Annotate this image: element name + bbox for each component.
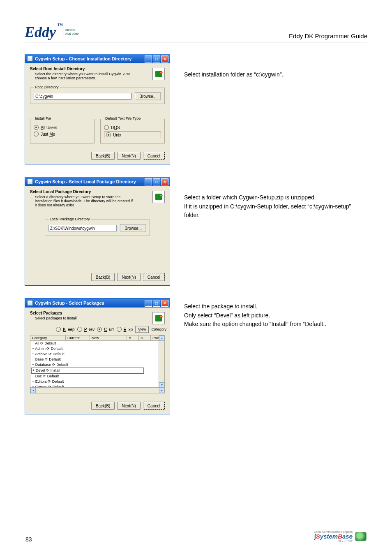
section-heading: Select Root Install Directory (30, 67, 165, 71)
systembase-logo: Serial Communication Experts ∫SystemBase… (314, 530, 367, 543)
radio-keep[interactable]: Keep (56, 327, 74, 332)
maximize-button[interactable]: □ (153, 178, 160, 185)
view-option-row: Keep Prev Curr Exp View Category (27, 324, 168, 334)
radio-curr[interactable]: Curr (97, 327, 114, 332)
col-category[interactable]: Category (30, 335, 66, 340)
dialog-select-packages: Cygwin Setup - Select Packages _ □ × Sel… (25, 298, 170, 414)
radio-dot-icon (104, 125, 109, 130)
list-body[interactable]: + All ⟳ Default + Admin ⟳ Default + Arch… (30, 341, 164, 393)
back-button[interactable]: Back(B) (91, 152, 115, 160)
minimize-button[interactable]: _ (145, 178, 152, 185)
page-header: Eddy TM means real-time Eddy DK Programm… (25, 25, 367, 42)
browse-button[interactable]: Browse... (135, 92, 161, 100)
close-button[interactable]: × (161, 56, 168, 62)
dialog-local-package-dir: Cygwin Setup - Select Local Package Dire… (25, 177, 170, 286)
sbase-since: Since 1987 (314, 540, 353, 543)
radio-dos[interactable]: DOS (104, 125, 161, 130)
logo-main: Eddy (25, 25, 58, 39)
group-label: Local Package Directory (48, 217, 91, 221)
list-header: Category Current New B... S... Packa (30, 335, 164, 341)
view-mode-label: Category (151, 327, 166, 331)
cygwin-icon (152, 68, 165, 80)
section-desc: Select the directory where you want to i… (35, 72, 134, 80)
browse-button[interactable]: Browse... (120, 224, 146, 232)
cygwin-icon (152, 191, 165, 203)
app-icon (27, 179, 33, 185)
next-button[interactable]: Next(N) (117, 402, 140, 410)
back-button[interactable]: Back(B) (91, 402, 115, 410)
local-package-group: Local Package Directory Z:\SDK\Windows\c… (45, 220, 150, 236)
minimize-button[interactable]: _ (145, 56, 152, 62)
list-item[interactable]: + Database ⟳ Default (31, 362, 164, 368)
dialog-title: Cygwin Setup - Choose Installation Direc… (35, 56, 131, 61)
close-button[interactable]: × (161, 178, 168, 185)
scroll-up-icon[interactable]: ▴ (159, 335, 164, 341)
radio-all-users[interactable]: All Users (34, 125, 91, 130)
radio-just-me[interactable]: Just Me (34, 132, 91, 136)
list-item[interactable]: + Doc ⟳ Default (31, 374, 164, 379)
maximize-button[interactable]: □ (153, 300, 160, 307)
group-label: Root Directory (34, 85, 60, 89)
next-button[interactable]: Next(N) (117, 152, 140, 160)
next-button[interactable]: Next(N) (117, 273, 140, 281)
col-current[interactable]: Current (66, 335, 90, 340)
instruction-text-1: Select installation folder as “c:\cygwin… (184, 54, 367, 164)
cancel-button[interactable]: Cancel (143, 152, 165, 160)
minimize-button[interactable]: _ (145, 300, 152, 307)
section-heading: Select Packages (30, 311, 165, 315)
list-item[interactable]: + All ⟳ Default (31, 341, 164, 346)
view-button[interactable]: View (135, 326, 149, 333)
group-label: Install For (34, 116, 53, 120)
sbase-name: ∫SystemBase (314, 533, 353, 540)
app-icon (27, 56, 33, 62)
logo-subtitle: means real-time (64, 28, 79, 36)
col-new[interactable]: New (90, 335, 127, 340)
logo-tm: TM (58, 23, 63, 27)
cancel-button[interactable]: Cancel (143, 273, 165, 281)
radio-dot-icon (34, 132, 39, 136)
radio-dot-icon (34, 125, 39, 130)
radio-exp[interactable]: Exp (117, 327, 133, 332)
cancel-button[interactable]: Cancel (143, 402, 165, 410)
horizontal-scrollbar[interactable]: ◂ ▸ (30, 387, 164, 393)
instruction-text-3: Select the package to install. Only sele… (184, 298, 367, 414)
local-package-input[interactable]: Z:\SDK\Windows\cygwin (48, 225, 117, 231)
root-directory-group: Root Directory C:\cygwin Browse... (30, 88, 165, 104)
logo: Eddy TM means real-time (25, 25, 79, 39)
radio-prev[interactable]: Prev (77, 327, 95, 332)
frog-icon (355, 532, 367, 541)
group-label: Default Text File Type (104, 116, 142, 120)
list-item-devel[interactable]: + Devel ⟳ Install (31, 368, 144, 374)
root-directory-input[interactable]: C:\cygwin (34, 93, 131, 99)
page-number: 83 (25, 536, 32, 543)
dialog-choose-install-dir: Cygwin Setup - Choose Installation Direc… (25, 54, 170, 164)
list-item[interactable]: + Base ⟳ Default (31, 357, 164, 362)
section-desc: Select a directory where you want Setup … (35, 195, 134, 207)
vertical-scrollbar[interactable]: ▴ ▾ (159, 335, 164, 388)
guide-title: Eddy DK Programmer Guide (289, 32, 367, 39)
cygwin-icon (152, 312, 165, 324)
install-for-group: Install For All Users Just Me (30, 119, 95, 143)
list-item[interactable]: + Editors ⟳ Default (31, 379, 164, 384)
instruction-text-2: Select a folder which Cygwin-Setup.zip i… (184, 177, 367, 286)
col-src[interactable]: S... (139, 335, 151, 340)
scroll-left-icon[interactable]: ◂ (30, 388, 36, 393)
text-file-type-group: Default Text File Type DOS Unix (100, 119, 165, 143)
package-list[interactable]: Category Current New B... S... Packa + A… (30, 335, 165, 393)
titlebar[interactable]: Cygwin Setup - Select Packages _ □ × (25, 298, 170, 308)
radio-dot-icon (106, 132, 111, 137)
close-button[interactable]: × (161, 300, 168, 307)
titlebar[interactable]: Cygwin Setup - Select Local Package Dire… (25, 177, 170, 186)
section-desc: Select packages to install (35, 316, 134, 320)
scroll-right-icon[interactable]: ▸ (159, 388, 164, 393)
maximize-button[interactable]: □ (153, 56, 160, 62)
dialog-title: Cygwin Setup - Select Local Package Dire… (35, 179, 136, 184)
list-item[interactable]: + Archive ⟳ Default (31, 352, 164, 357)
titlebar[interactable]: Cygwin Setup - Choose Installation Direc… (25, 54, 170, 63)
back-button[interactable]: Back(B) (91, 273, 115, 281)
section-heading: Select Local Package Directory (30, 190, 165, 194)
app-icon (27, 300, 33, 306)
radio-unix[interactable]: Unix (104, 132, 161, 138)
col-bin[interactable]: B... (127, 335, 139, 340)
list-item[interactable]: + Admin ⟳ Default (31, 346, 164, 352)
